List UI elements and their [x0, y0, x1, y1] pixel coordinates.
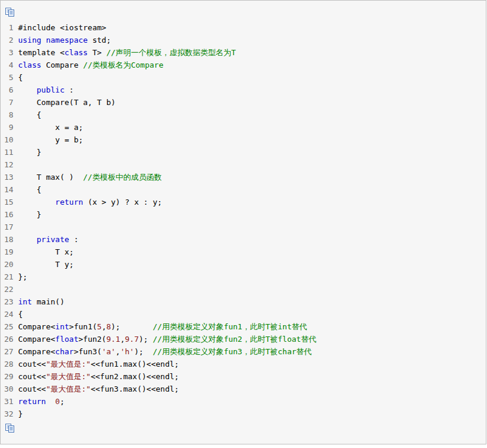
line-number: 25 [4, 320, 14, 333]
copy-icon[interactable] [5, 7, 15, 17]
code-line: 28 cout<<"最大值是:"<<fun1.max()<<endl; [4, 358, 486, 370]
line-number: 29 [4, 370, 14, 383]
line-number: 14 [4, 183, 14, 196]
code-segment-k: float [55, 335, 78, 344]
code-line: 12 [4, 158, 486, 171]
copy-icon[interactable] [5, 423, 15, 433]
code-segment-p: template < [18, 48, 64, 57]
line-gap [14, 160, 18, 169]
code-segment-s: "最大值是:" [46, 385, 90, 393]
line-number: 5 [4, 71, 14, 84]
code-segment-s: 'a' [101, 347, 115, 356]
code-segment-p: Compare< [18, 347, 55, 356]
code-toolbar-top [1, 1, 486, 20]
code-segment-p: y = b; [18, 135, 83, 144]
code-line: 27 Compare<char>fun3('a','h'); //用类模板定义对… [4, 345, 486, 358]
line-number: 32 [4, 408, 14, 420]
code-segment-p: Compare(T a, T b) [18, 98, 115, 107]
code-line: 22 [4, 283, 486, 296]
code-segment-p: main() [32, 297, 65, 306]
code-segment-p: <<fun2.max()<<endl; [91, 372, 179, 381]
code-line: 29 cout<<"最大值是:"<<fun2.max()<<endl; [4, 370, 486, 383]
code-segment-k: return [18, 397, 46, 406]
code-segment-p: x = a; [18, 123, 83, 132]
code-listing: 1 #include <iostream>2 using namespace s… [1, 20, 486, 420]
code-segment-p: std; [88, 36, 111, 45]
line-number: 3 [4, 46, 14, 59]
code-segment-p: T> [88, 48, 106, 57]
code-line: 19 T x; [4, 246, 486, 258]
code-line: 14 { [4, 183, 486, 196]
code-line: 25 Compare<int>fun1(5,8); //用类模板定义对象fun1… [4, 320, 486, 333]
code-segment-n: 9.7 [125, 335, 139, 344]
line-number: 24 [4, 308, 14, 320]
code-line: 24 { [4, 308, 486, 320]
line-gap [14, 223, 18, 231]
code-segment-p: }; [18, 272, 27, 281]
code-line: 9 x = a; [4, 121, 486, 134]
code-segment-p: #include <iostream> [18, 23, 106, 32]
code-segment-p: >fun3( [74, 347, 101, 356]
line-number: 4 [4, 59, 14, 71]
code-line: 10 y = b; [4, 134, 486, 146]
code-line: 5 { [4, 71, 486, 84]
line-number: 2 [4, 34, 14, 46]
code-segment-k: int [18, 297, 31, 306]
code-segment-c: //用类模板定义对象fun1，此时T被int替代 [152, 322, 307, 331]
code-segment-p: : [69, 235, 79, 244]
code-segment-s: 'h' [120, 347, 134, 356]
code-segment-c: //类模板名为Compare [83, 61, 163, 69]
code-line: 17 [4, 221, 486, 233]
code-viewer: 1 #include <iostream>2 using namespace s… [0, 0, 486, 444]
copy-icon-glyph [5, 423, 15, 433]
line-number: 8 [4, 109, 14, 121]
code-segment-p: Compare< [18, 322, 55, 331]
code-segment-k: private [37, 235, 69, 244]
code-line: 7 Compare(T a, T b) [4, 96, 486, 109]
code-segment-p: } [18, 210, 41, 219]
code-segment-p: : [65, 85, 74, 94]
code-segment-p: , [120, 335, 125, 344]
line-number: 30 [4, 383, 14, 395]
code-segment-k: class [65, 48, 88, 57]
code-segment-p: Compare [42, 61, 83, 69]
code-line: 6 public : [4, 84, 486, 96]
code-segment-p: (x > y) ? x : y; [83, 198, 162, 206]
line-number: 16 [4, 208, 14, 221]
code-segment-k: return [55, 198, 83, 206]
code-line: 23 int main() [4, 296, 486, 308]
code-segment-p: , [116, 347, 120, 356]
code-segment-p: T x; [18, 247, 74, 256]
line-number: 20 [4, 258, 14, 271]
code-segment-p: <<fun3.max()<<endl; [91, 385, 179, 393]
line-number: 1 [4, 21, 14, 34]
code-segment-k: int [55, 322, 69, 331]
code-segment-p [18, 198, 55, 206]
code-line: 21 }; [4, 271, 486, 283]
code-segment-p: ); [139, 335, 152, 344]
line-number: 31 [4, 395, 14, 408]
line-number: 10 [4, 134, 14, 146]
line-number: 11 [4, 146, 14, 158]
code-segment-n: 8 [106, 322, 111, 331]
code-line: 32 } [4, 408, 486, 420]
line-number: 7 [4, 96, 14, 109]
code-segment-p: cout<< [18, 385, 46, 393]
code-line: 11 } [4, 146, 486, 158]
line-number: 23 [4, 296, 14, 308]
code-line: 18 private : [4, 233, 486, 246]
code-segment-p: <<fun1.max()<<endl; [91, 360, 179, 368]
code-toolbar-bottom [1, 420, 486, 438]
line-number: 19 [4, 246, 14, 258]
code-segment-p: { [18, 185, 41, 194]
code-line: 8 { [4, 109, 486, 121]
code-segment-p: ; [60, 397, 65, 406]
code-segment-p [18, 85, 36, 94]
code-line: 1 #include <iostream> [4, 21, 486, 34]
code-line: 30 cout<<"最大值是:"<<fun3.max()<<endl; [4, 383, 486, 395]
code-segment-n: 0 [55, 397, 60, 406]
code-line: 2 using namespace std; [4, 34, 486, 46]
line-number: 9 [4, 121, 14, 134]
code-segment-p: >fun1( [69, 322, 97, 331]
line-number: 12 [4, 158, 14, 171]
